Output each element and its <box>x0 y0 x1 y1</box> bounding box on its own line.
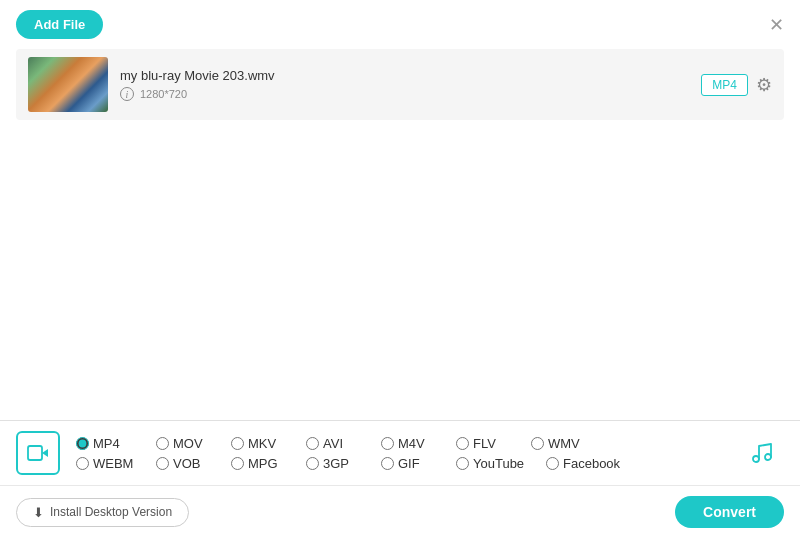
format-option-youtube[interactable]: YouTube <box>456 456 546 471</box>
format-label-youtube: YouTube <box>473 456 524 471</box>
format-label-avi: AVI <box>323 436 343 451</box>
svg-rect-0 <box>28 446 42 460</box>
format-label-mov: MOV <box>173 436 203 451</box>
format-option-gif[interactable]: GIF <box>381 456 456 471</box>
file-name: my blu-ray Movie 203.wmv <box>120 68 689 83</box>
convert-button[interactable]: Convert <box>675 496 784 528</box>
download-icon: ⬇ <box>33 505 44 520</box>
file-info: my blu-ray Movie 203.wmv i 1280*720 <box>108 68 701 101</box>
add-file-button[interactable]: Add File <box>16 10 103 39</box>
format-label-facebook: Facebook <box>563 456 620 471</box>
thumbnail-image <box>28 57 108 112</box>
format-label-3gp: 3GP <box>323 456 349 471</box>
format-label-vob: VOB <box>173 456 200 471</box>
format-label-flv: FLV <box>473 436 496 451</box>
format-grid: MP4 MOV MKV AVI M4V <box>76 436 730 471</box>
format-label-gif: GIF <box>398 456 420 471</box>
format-label-m4v: M4V <box>398 436 425 451</box>
format-option-wmv[interactable]: WMV <box>531 436 606 451</box>
svg-point-2 <box>753 456 759 462</box>
format-option-webm[interactable]: WEBM <box>76 456 156 471</box>
format-option-vob[interactable]: VOB <box>156 456 231 471</box>
format-option-m4v[interactable]: M4V <box>381 436 456 451</box>
video-format-icon[interactable] <box>16 431 60 475</box>
file-thumbnail <box>28 57 108 112</box>
svg-marker-1 <box>42 449 48 457</box>
format-label-mp4: MP4 <box>93 436 120 451</box>
format-selector: MP4 MOV MKV AVI M4V <box>0 421 800 486</box>
format-label-webm: WEBM <box>93 456 133 471</box>
file-actions: MP4 ⚙ <box>701 74 772 96</box>
format-option-mpg[interactable]: MPG <box>231 456 306 471</box>
audio-format-icon[interactable] <box>740 431 784 475</box>
format-label-mpg: MPG <box>248 456 278 471</box>
header: Add File ✕ <box>0 0 800 49</box>
format-option-facebook[interactable]: Facebook <box>546 456 626 471</box>
format-option-flv[interactable]: FLV <box>456 436 531 451</box>
format-label-mkv: MKV <box>248 436 276 451</box>
format-row-2: WEBM VOB MPG 3GP GIF <box>76 456 730 471</box>
bottom-actions: ⬇ Install Desktop Version Convert <box>0 486 800 538</box>
format-option-mp4[interactable]: MP4 <box>76 436 156 451</box>
format-row-1: MP4 MOV MKV AVI M4V <box>76 436 730 451</box>
file-list-area: my blu-ray Movie 203.wmv i 1280*720 MP4 … <box>0 49 800 120</box>
bottom-bar: MP4 MOV MKV AVI M4V <box>0 420 800 538</box>
install-desktop-button[interactable]: ⬇ Install Desktop Version <box>16 498 189 527</box>
format-option-mkv[interactable]: MKV <box>231 436 306 451</box>
format-option-mov[interactable]: MOV <box>156 436 231 451</box>
file-resolution: 1280*720 <box>140 88 187 100</box>
file-meta: i 1280*720 <box>120 87 689 101</box>
format-option-3gp[interactable]: 3GP <box>306 456 381 471</box>
format-badge[interactable]: MP4 <box>701 74 748 96</box>
close-button[interactable]: ✕ <box>769 16 784 34</box>
install-label: Install Desktop Version <box>50 505 172 519</box>
info-icon: i <box>120 87 134 101</box>
settings-button[interactable]: ⚙ <box>756 76 772 94</box>
format-option-avi[interactable]: AVI <box>306 436 381 451</box>
format-label-wmv: WMV <box>548 436 580 451</box>
file-item: my blu-ray Movie 203.wmv i 1280*720 MP4 … <box>16 49 784 120</box>
